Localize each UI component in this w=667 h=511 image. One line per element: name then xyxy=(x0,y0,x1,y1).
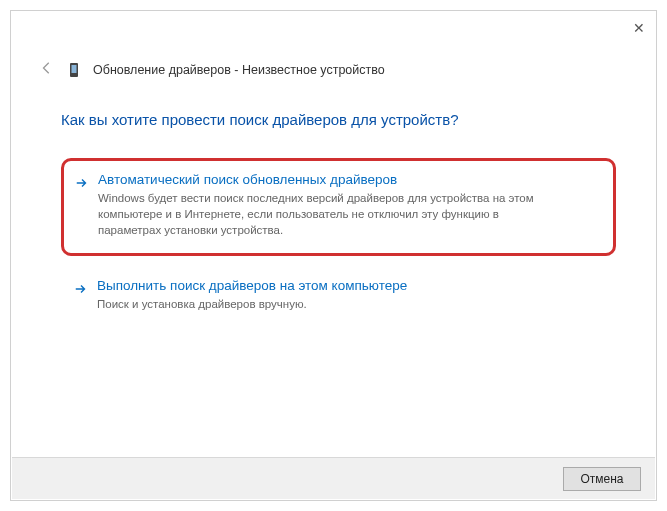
svg-rect-1 xyxy=(72,65,77,73)
option-description: Поиск и установка драйверов вручную. xyxy=(97,296,606,312)
page-heading: Как вы хотите провести поиск драйверов д… xyxy=(61,111,616,128)
cancel-button[interactable]: Отмена xyxy=(563,467,641,491)
option-auto-search[interactable]: Автоматический поиск обновленных драйвер… xyxy=(61,158,616,256)
window-title: Обновление драйверов - Неизвестное устро… xyxy=(93,63,385,77)
option-title: Автоматический поиск обновленных драйвер… xyxy=(98,172,603,187)
option-description: Windows будет вести поиск последних верс… xyxy=(98,190,603,238)
device-icon xyxy=(67,61,81,79)
option-local-search[interactable]: Выполнить поиск драйверов на этом компью… xyxy=(61,270,616,324)
close-icon[interactable]: ✕ xyxy=(628,17,650,39)
option-text: Автоматический поиск обновленных драйвер… xyxy=(98,172,603,238)
close-glyph: ✕ xyxy=(633,20,645,36)
option-title: Выполнить поиск драйверов на этом компью… xyxy=(97,278,606,293)
back-button[interactable] xyxy=(39,62,55,78)
arrow-right-icon xyxy=(74,174,90,192)
content-area: Как вы хотите провести поиск драйверов д… xyxy=(61,111,616,338)
option-text: Выполнить поиск драйверов на этом компью… xyxy=(97,278,606,312)
option-row: Автоматический поиск обновленных драйвер… xyxy=(74,172,603,238)
arrow-right-icon xyxy=(73,280,89,298)
option-row: Выполнить поиск драйверов на этом компью… xyxy=(73,278,606,312)
footer-bar: Отмена xyxy=(12,457,655,499)
dialog-window: ✕ Обновление драйверов - Неизвестное уст… xyxy=(10,10,657,501)
titlebar: ✕ xyxy=(11,11,656,41)
back-arrow-icon xyxy=(40,61,54,79)
header-row: Обновление драйверов - Неизвестное устро… xyxy=(39,61,385,79)
